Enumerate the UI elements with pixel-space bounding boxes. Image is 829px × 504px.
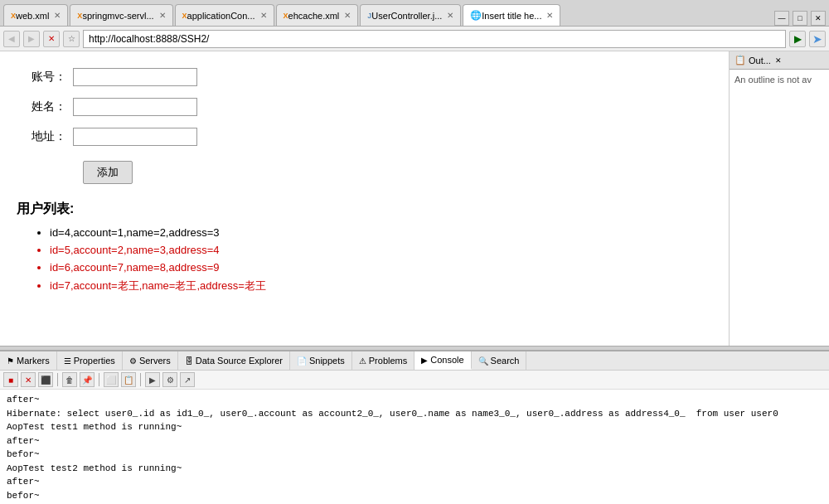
console-line: AopTest test1 method is running~ [7, 420, 822, 434]
tab-appcon[interactable]: X applicationCon... ✕ [175, 4, 274, 26]
console-disconnect-button[interactable]: ⬛ [38, 372, 53, 387]
outline-tab-label: Out... [749, 56, 771, 65]
console-line: befor~ [7, 489, 822, 503]
stop-button[interactable]: ✕ [43, 31, 60, 47]
tab-ehcache-label: ehcache.xml [288, 11, 340, 21]
address-input[interactable] [83, 30, 786, 48]
tab-bar: X web.xml ✕ X springmvc-servl... ✕ X app… [0, 0, 829, 27]
tab-usercontroller-label: UserController.j... [371, 11, 442, 21]
account-label: 账号： [17, 70, 66, 85]
console-stop-button[interactable]: ■ [3, 372, 18, 387]
tab-icon: 🔍 [478, 356, 488, 366]
name-label: 姓名： [17, 99, 66, 114]
tab-usercontroller-close[interactable]: ✕ [447, 11, 453, 20]
console-expand-button[interactable]: ↗ [180, 372, 195, 387]
tab-springmvc[interactable]: X springmvc-servl... ✕ [70, 4, 172, 26]
tab-icon: ☰ [64, 356, 71, 366]
main-area: 账号： 姓名： 地址： 添加 用户列表: id=4,ac [0, 51, 829, 346]
back-button[interactable]: ◀ [3, 31, 20, 47]
list-item: id=6,account=7,name=8,address=9 [50, 261, 712, 274]
maximize-button[interactable]: □ [793, 11, 807, 26]
window-controls: — □ ✕ [774, 11, 829, 26]
bookmark-star[interactable]: ☆ [63, 31, 80, 47]
bottom-tabs-bar: ⚑Markers☰Properties⚙Servers🗄Data Source … [0, 351, 829, 371]
address-input[interactable] [73, 128, 197, 146]
console-line: after~ [7, 475, 822, 489]
tab-appcon-label: applicationCon... [187, 11, 255, 21]
list-item: id=4,account=1,name=2,address=3 [50, 226, 712, 239]
outline-text: An outline is not av [734, 75, 812, 85]
tab-ehcache-close[interactable]: ✕ [344, 11, 351, 20]
console-next-button[interactable]: ▶ [145, 372, 160, 387]
tab-browser[interactable]: 🌐 Insert title he... ✕ [463, 4, 560, 26]
browser-window: X web.xml ✕ X springmvc-servl... ✕ X app… [0, 0, 829, 504]
tab-springmvc-close[interactable]: ✕ [159, 11, 166, 20]
bottom-tab-console[interactable]: ▶Console [414, 351, 471, 370]
tab-web-xml[interactable]: X web.xml ✕ [3, 4, 68, 26]
outline-tab-icon: 📋 [734, 55, 746, 65]
account-input[interactable] [73, 68, 197, 86]
console-toolbar: ■ ✕ ⬛ 🗑 📌 ⬜ 📋 ▶ ⚙ ↗ [0, 371, 829, 390]
tab-browser-close[interactable]: ✕ [546, 11, 553, 20]
console-pin-button[interactable]: 📌 [80, 372, 95, 387]
outline-content: An outline is not av [730, 70, 829, 346]
tab-ehcache[interactable]: X ehcache.xml ✕ [276, 4, 359, 26]
tab-label: Console [430, 355, 463, 365]
console-paste-button[interactable]: 📋 [121, 372, 136, 387]
tab-label: Problems [369, 356, 407, 366]
tab-icon: 📄 [297, 356, 307, 366]
tab-icon: ⚠ [359, 356, 366, 366]
console-line: AopTest test2 method is running~ [7, 462, 822, 476]
console-line: after~ [7, 434, 822, 448]
address-bar-row: ◀ ▶ ✕ ☆ ▶ ➤ [0, 27, 829, 51]
toolbar-sep-1 [57, 373, 58, 386]
tab-web-xml-close[interactable]: ✕ [54, 11, 61, 20]
outline-tab-close[interactable]: ✕ [775, 56, 782, 65]
bottom-tab-problems[interactable]: ⚠Problems [352, 351, 414, 370]
tab-springmvc-label: springmvc-servl... [82, 11, 153, 21]
tab-icon: ⚙ [129, 356, 137, 366]
user-list: id=4,account=1,name=2,address=3id=5,acco… [17, 226, 712, 293]
close-button[interactable]: ✕ [811, 11, 826, 26]
name-input[interactable] [73, 98, 197, 116]
bottom-tab-snippets[interactable]: 📄Snippets [290, 351, 352, 370]
go-button[interactable]: ▶ [789, 31, 806, 47]
console-clear-button[interactable]: 🗑 [62, 372, 77, 387]
bottom-area: ⚑Markers☰Properties⚙Servers🗄Data Source … [0, 351, 829, 504]
submit-row: 添加 [17, 158, 712, 201]
tab-icon: 🗄 [185, 356, 193, 366]
toolbar-sep-3 [140, 373, 141, 386]
bottom-tab-servers[interactable]: ⚙Servers [123, 351, 178, 370]
page-content: 账号： 姓名： 地址： 添加 用户列表: id=4,ac [0, 51, 729, 346]
console-copy-button[interactable]: ⬜ [104, 372, 119, 387]
console-line: after~ [7, 393, 822, 407]
user-list-title: 用户列表: [17, 201, 712, 218]
tab-appcon-close[interactable]: ✕ [260, 11, 267, 20]
bottom-tab-data-source-explorer[interactable]: 🗄Data Source Explorer [178, 351, 290, 370]
tab-label: Snippets [309, 356, 345, 366]
tab-label: Data Source Explorer [196, 356, 283, 366]
globe-icon: 🌐 [470, 10, 482, 21]
console-settings-button[interactable]: ⚙ [162, 372, 177, 387]
console-output: after~Hibernate: select user0_.id as id1… [0, 390, 829, 504]
console-line: Hibernate: select user0_.id as id1_0_, u… [7, 407, 822, 421]
outline-tab-bar: 📋 Out... ✕ [730, 51, 829, 70]
tab-label: Properties [74, 356, 115, 366]
minimize-button[interactable]: — [774, 11, 789, 26]
address-row: 地址： [17, 128, 712, 146]
browser-viewport: 账号： 姓名： 地址： 添加 用户列表: id=4,ac [0, 51, 730, 346]
bottom-tab-markers[interactable]: ⚑Markers [0, 351, 57, 370]
console-terminate-button[interactable]: ✕ [21, 372, 36, 387]
tab-icon: ⚑ [7, 356, 14, 366]
bottom-tab-properties[interactable]: ☰Properties [57, 351, 123, 370]
tab-label: Servers [139, 356, 171, 366]
add-button[interactable]: 添加 [83, 161, 133, 184]
bottom-tab-search[interactable]: 🔍Search [472, 351, 527, 370]
tab-usercontroller[interactable]: J UserController.j... ✕ [360, 4, 461, 26]
name-row: 姓名： [17, 98, 712, 116]
bookmark-button[interactable]: ➤ [809, 31, 826, 47]
outline-tab[interactable]: 📋 Out... ✕ [730, 53, 787, 67]
list-item: id=7,account=老王,name=老王,address=老王 [50, 279, 712, 293]
forward-button[interactable]: ▶ [23, 31, 40, 47]
console-line: befor~ [7, 448, 822, 462]
